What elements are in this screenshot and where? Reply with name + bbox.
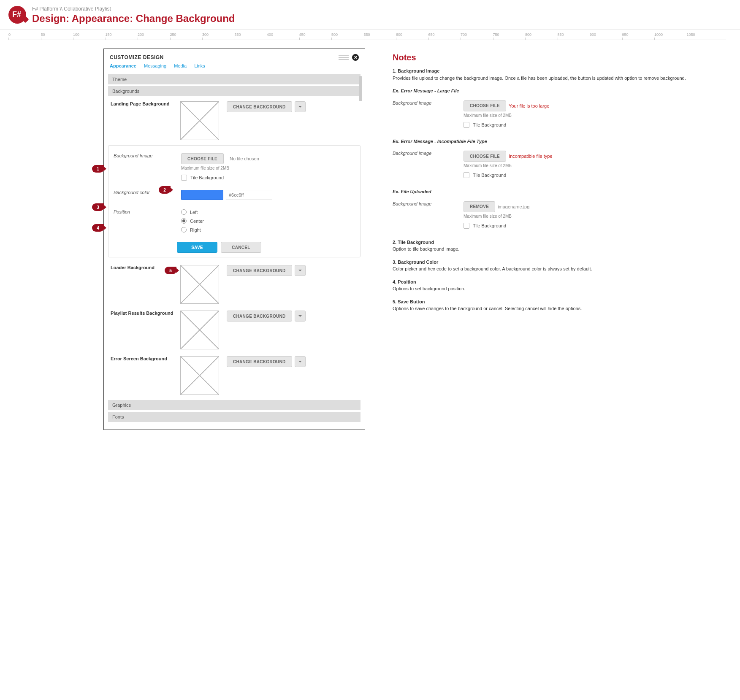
playlist-image-placeholder xyxy=(180,311,219,349)
header-divider xyxy=(0,30,740,30)
background-editor: Background Image Choose File No file cho… xyxy=(108,145,361,257)
landing-change-button[interactable]: CHANGE BACKGROUND xyxy=(227,101,292,112)
landing-image-placeholder xyxy=(180,101,219,140)
ruler-label: 900 xyxy=(590,32,596,37)
ruler-label: 300 xyxy=(202,32,209,37)
annotation-marker-1: 1 xyxy=(92,165,104,173)
page-title: Design: Appearance: Change Background xyxy=(32,13,732,24)
choose-file-button[interactable]: Choose File xyxy=(181,153,224,164)
logo: F# xyxy=(8,6,26,24)
note-4-title: 4. Position xyxy=(393,279,416,284)
error-change-button[interactable]: CHANGE BACKGROUND xyxy=(227,356,292,367)
example-incompatible-type: Background Image Choose File Incompatibl… xyxy=(393,151,732,178)
ex-type-tile-checkbox[interactable] xyxy=(464,172,469,178)
landing-dropdown-caret[interactable] xyxy=(295,101,306,112)
hex-input[interactable] xyxy=(226,190,272,200)
close-button[interactable]: ✕ xyxy=(352,54,359,61)
row-landing-background: Landing Page Background CHANGE BACKGROUN… xyxy=(108,98,361,143)
loader-change-button[interactable]: CHANGE BACKGROUND xyxy=(227,265,292,276)
ruler-label: 500 xyxy=(331,32,338,37)
ruler-label: 550 xyxy=(364,32,370,37)
ex-type-title: Ex. Error Message - Incompatible File Ty… xyxy=(393,139,487,144)
ex-up-hint: Maximum file size of 2MB xyxy=(464,214,732,219)
file-size-hint: Maximum file size of 2MB xyxy=(181,166,355,170)
tab-appearance[interactable]: Appearance xyxy=(110,63,136,68)
playlist-dropdown-caret[interactable] xyxy=(295,311,306,322)
ex-type-hint: Maximum file size of 2MB xyxy=(464,163,732,168)
playlist-change-button[interactable]: CHANGE BACKGROUND xyxy=(227,311,292,322)
color-swatch[interactable] xyxy=(181,190,223,200)
radio-right[interactable] xyxy=(181,227,187,232)
tile-label: Tile Background xyxy=(190,175,224,180)
tab-links[interactable]: Links xyxy=(194,63,205,68)
notes-title: Notes xyxy=(393,53,732,62)
customize-design-panel: CUSTOMIZE DESIGN ✕ Appearance Messaging … xyxy=(103,49,365,430)
loader-dropdown-caret[interactable] xyxy=(295,265,306,276)
ruler-label: 150 xyxy=(106,32,112,37)
note-2-title: 2. Tile Background xyxy=(393,240,434,245)
playlist-label: Playlist Results Background xyxy=(111,311,176,316)
section-graphics[interactable]: Graphics xyxy=(108,400,361,410)
annotation-marker-2: 2 xyxy=(159,186,171,194)
ex-up-remove-button[interactable]: Remove xyxy=(464,201,495,212)
radio-left-label: Left xyxy=(190,210,198,215)
ruler-label: 1050 xyxy=(687,32,695,37)
error-label: Error Screen Background xyxy=(111,356,176,361)
error-image-placeholder xyxy=(180,356,219,395)
tab-media[interactable]: Media xyxy=(174,63,187,68)
ruler-label: 350 xyxy=(235,32,241,37)
ruler: 0501001502002503003504004505005506006507… xyxy=(8,32,726,40)
ex-type-error: Incompatible file type xyxy=(509,154,552,159)
ruler-label: 1000 xyxy=(654,32,663,37)
panel-tabs: Appearance Messaging Media Links xyxy=(104,63,365,73)
ruler-label: 750 xyxy=(493,32,499,37)
annotation-marker-4: 4 xyxy=(92,224,104,232)
save-button[interactable]: SAVE xyxy=(177,242,217,253)
scrollbar-thumb[interactable] xyxy=(359,76,362,101)
note-2-body: Option to tile background image. xyxy=(393,246,459,251)
drag-handle-icon[interactable] xyxy=(339,55,349,60)
note-5-title: 5. Save Button xyxy=(393,299,425,304)
ex-large-tile-label: Tile Background xyxy=(473,122,506,127)
ruler-label: 50 xyxy=(41,32,45,37)
note-4-body: Options to set background position. xyxy=(393,286,465,291)
ex-large-tile-checkbox[interactable] xyxy=(464,122,469,128)
note-5-body: Options to save changes to the backgroun… xyxy=(393,306,582,311)
landing-label: Landing Page Background xyxy=(111,101,176,106)
ex-up-tile-label: Tile Background xyxy=(473,223,506,228)
note-3-body: Color picker and hex code to set a backg… xyxy=(393,266,592,271)
ruler-label: 450 xyxy=(299,32,306,37)
ex-large-label: Background Image xyxy=(393,100,460,105)
tab-messaging[interactable]: Messaging xyxy=(144,63,166,68)
radio-left[interactable] xyxy=(181,209,187,215)
section-backgrounds[interactable]: Backgrounds xyxy=(108,86,361,96)
example-file-uploaded: Background Image Remove imagename.jpg Ma… xyxy=(393,201,732,229)
ruler-label: 100 xyxy=(73,32,79,37)
cancel-button[interactable]: CANCEL xyxy=(221,242,261,253)
ruler-label: 950 xyxy=(622,32,629,37)
mockup-column: 1 2 3 4 5 CUSTOMIZE DESIGN ✕ Appearance xyxy=(8,49,380,430)
loader-image-placeholder xyxy=(180,265,219,304)
ruler-label: 850 xyxy=(558,32,564,37)
annotation-marker-5: 5 xyxy=(165,267,176,274)
row-error-background: Error Screen Background CHANGE BACKGROUN… xyxy=(108,353,361,398)
tile-checkbox[interactable] xyxy=(181,175,187,181)
logo-text: F# xyxy=(12,10,21,19)
note-1-title: 1. Background Image xyxy=(393,68,439,73)
section-theme[interactable]: Theme xyxy=(108,74,361,84)
ex-up-label: Background Image xyxy=(393,201,460,206)
bg-image-label: Background Image xyxy=(114,153,177,158)
row-loader-background: Loader Background CHANGE BACKGROUND xyxy=(108,262,361,307)
annotation-marker-3: 3 xyxy=(92,203,104,211)
radio-center[interactable] xyxy=(181,218,187,224)
ex-large-choose-button[interactable]: Choose File xyxy=(464,100,506,111)
file-state-text: No file chosen xyxy=(230,156,259,161)
error-dropdown-caret[interactable] xyxy=(295,356,306,367)
section-fonts[interactable]: Fonts xyxy=(108,412,361,422)
ex-type-choose-button[interactable]: Choose File xyxy=(464,151,506,162)
radio-right-label: Right xyxy=(190,227,201,232)
ruler-label: 600 xyxy=(396,32,402,37)
ruler-label: 700 xyxy=(461,32,467,37)
ex-up-tile-checkbox[interactable] xyxy=(464,223,469,229)
notes-column: Notes 1. Background Image Provides file … xyxy=(393,49,732,430)
